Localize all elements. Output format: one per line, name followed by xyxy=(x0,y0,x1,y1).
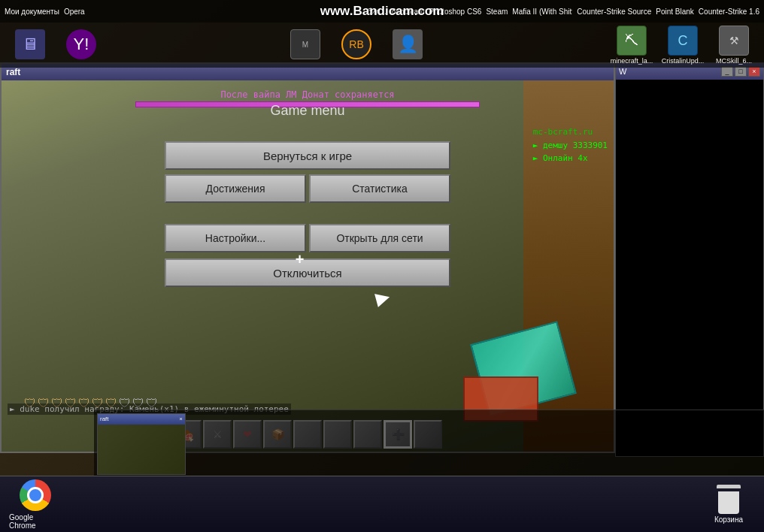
mcskill-icon-img: ⚒ xyxy=(719,26,749,56)
thumb-close[interactable]: × xyxy=(179,416,183,423)
trash-taskbar[interactable]: Корзина xyxy=(702,485,755,524)
opera-label: Opera xyxy=(64,8,85,16)
bottom-taskbar: Google Chrome Корзина xyxy=(0,476,764,532)
minecraft-window-title: raft xyxy=(6,67,20,77)
trash-body xyxy=(718,491,739,514)
server-online: ► Онлайн 4х xyxy=(533,152,608,165)
crosshair: + xyxy=(296,251,305,268)
chrome-icon xyxy=(20,479,51,511)
disconnect-button[interactable]: Отключиться xyxy=(165,258,450,287)
minecraft-label: minecraft_la... xyxy=(611,57,653,65)
yahoo-icon-item[interactable]: Y! xyxy=(59,29,104,61)
settings-network-row: Настройки... Открыть для сети xyxy=(165,224,450,252)
minecraft-game-area[interactable]: После вайпа ЛМ Донат сохраняется Game me… xyxy=(2,80,614,452)
second-window: W _ □ × xyxy=(615,62,764,457)
my-documents[interactable]: Мои документы xyxy=(5,8,59,16)
mafia2-icon: M xyxy=(290,29,320,59)
monitor-icon-item[interactable]: 🖥 xyxy=(8,29,53,61)
top-taskbar: Мои документы Opera www.Bandicam.com бил… xyxy=(0,0,764,23)
cristal-update-icon[interactable]: C CristalinUpd... xyxy=(660,26,705,65)
css-app[interactable]: Counter-Strike Source xyxy=(577,8,651,16)
cs16-app[interactable]: Counter-Strike 1.6 xyxy=(699,8,759,16)
thumb-title: raft xyxy=(100,416,109,423)
update-icon: C xyxy=(668,26,698,56)
thumb-titlebar: raft × xyxy=(98,414,185,425)
second-window-title: W xyxy=(619,67,626,76)
mafia-app[interactable]: Mafia II (With Shitty Crack) xyxy=(512,8,572,16)
mcskill-label: MCSkill_6... xyxy=(716,57,752,65)
close-button[interactable]: × xyxy=(748,66,760,77)
bandicam-watermark: www.Bandicam.com xyxy=(320,4,444,19)
minecraft-launcher-icon[interactable]: ⛏ minecraft_la... xyxy=(609,26,654,65)
mafia2-icon-item[interactable]: M xyxy=(283,29,328,61)
pb-app[interactable]: Point Blank xyxy=(656,8,694,16)
maximize-button[interactable]: □ xyxy=(735,66,747,77)
chrome-label: Google Chrome xyxy=(9,513,62,530)
statistics-button[interactable]: Статистика xyxy=(309,174,450,203)
cristal-label: CristalinUpd... xyxy=(662,57,705,65)
google-chrome-taskbar[interactable]: Google Chrome xyxy=(9,479,62,530)
minecraft-window: raft После вайпа ЛМ Донат сохраняется Ga… xyxy=(0,62,615,453)
face-icon-item[interactable]: 👤 xyxy=(385,29,430,61)
settings-button[interactable]: Настройки... xyxy=(165,224,306,252)
opera-item[interactable]: Opera xyxy=(64,8,85,16)
desktop: Мои документы Opera www.Bandicam.com бил… xyxy=(0,0,764,532)
my-documents-label: Мои документы xyxy=(5,8,59,16)
window-controls: _ □ × xyxy=(721,66,760,77)
yahoo-icon: Y! xyxy=(66,29,96,59)
open-network-button[interactable]: Открыть для сети xyxy=(309,224,450,252)
monitor-icon: 🖥 xyxy=(15,29,45,59)
steam-app[interactable]: Steam xyxy=(486,8,508,16)
second-window-content xyxy=(616,80,763,456)
server-info: mc-bcraft.ru ► демшу 3333901 ► Онлайн 4х xyxy=(533,125,608,165)
thumb-content xyxy=(98,425,185,474)
minimize-button[interactable]: _ xyxy=(721,66,733,77)
mcskill-icon[interactable]: ⚒ MCSkill_6... xyxy=(711,26,756,65)
minecraft-thumb[interactable]: raft × xyxy=(97,413,186,475)
game-menu-title: Game menu xyxy=(270,103,344,119)
achievements-statistics-row: Достижения Статистика xyxy=(165,174,450,203)
trash-lid xyxy=(717,485,741,488)
minecraft-icon: ⛏ xyxy=(617,26,647,56)
server-demshu: ► демшу 3333901 xyxy=(533,139,608,153)
achievements-button[interactable]: Достижения xyxy=(165,174,306,203)
rb-icon: RB xyxy=(341,29,371,59)
rb-icon-item[interactable]: RB xyxy=(334,29,379,61)
mc-status-text: После вайпа ЛМ Донат сохраняется xyxy=(220,89,394,100)
trash-label: Корзина xyxy=(714,515,743,524)
server-name: mc-bcraft.ru xyxy=(533,125,608,139)
trash-icon xyxy=(717,485,741,513)
game-menu: Game menu Вернуться к игре Достижения Ст… xyxy=(157,103,458,290)
open-windows-strip: raft × xyxy=(94,410,764,476)
back-to-game-button[interactable]: Вернуться к игре xyxy=(165,141,450,170)
face-icon: 👤 xyxy=(393,29,423,59)
desktop-icons-row: 🖥 Y! M RB 👤 ⛏ minecraft_la... C Cristali… xyxy=(0,23,764,68)
